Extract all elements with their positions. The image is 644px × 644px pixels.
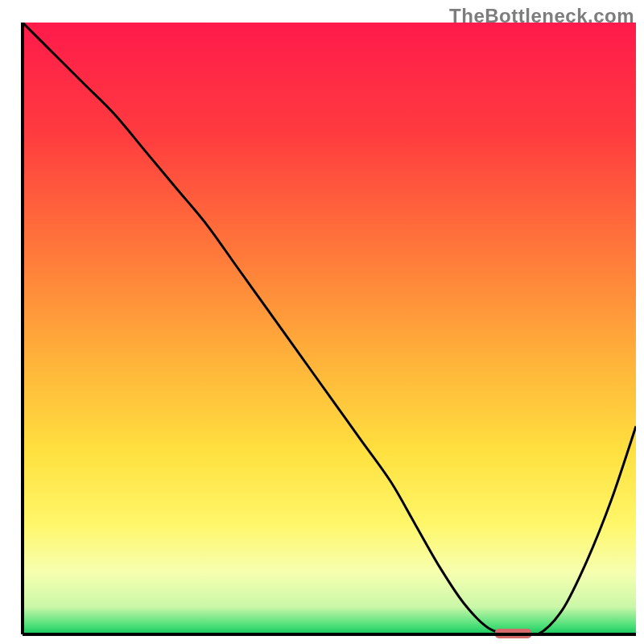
chart-frame: TheBottleneck.com	[0, 0, 644, 644]
watermark-text: TheBottleneck.com	[449, 5, 634, 27]
bottleneck-chart	[0, 0, 644, 644]
